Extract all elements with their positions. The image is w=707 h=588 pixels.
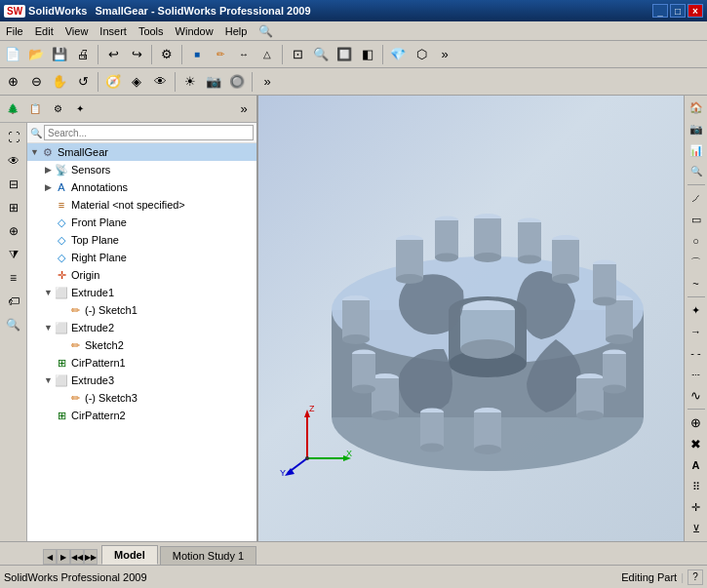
display-style-button[interactable]: ◈ — [126, 71, 147, 93]
menu-file[interactable]: File — [0, 23, 29, 39]
tree-toggle-sensors[interactable]: ▶ — [43, 165, 54, 175]
menu-tools[interactable]: Tools — [133, 23, 170, 39]
rp-letter-a-icon[interactable]: A — [686, 455, 707, 476]
tab-model[interactable]: Model — [101, 545, 158, 565]
rp-dash-icon[interactable]: - - — [686, 343, 707, 364]
rp-home-icon[interactable]: 🏠 — [686, 98, 707, 118]
dim-button[interactable]: ↔ — [233, 44, 255, 65]
tree-item-front-plane[interactable]: ◇Front Plane — [27, 214, 256, 231]
menu-insert[interactable]: Insert — [94, 23, 133, 39]
rp-arrow-icon[interactable]: → — [686, 322, 707, 342]
rp-search-icon[interactable]: 🔍 — [686, 161, 707, 181]
print-button[interactable]: 🖨 — [72, 44, 94, 65]
scroll-selected-icon[interactable]: ⊕ — [3, 220, 24, 242]
rp-arc-icon[interactable]: ⌒ — [686, 253, 707, 273]
hide-show-button[interactable]: 👁 — [149, 71, 171, 93]
save-button[interactable]: 💾 — [49, 44, 70, 65]
tree-item-extrude3[interactable]: ▼⬜Extrude3 — [27, 372, 256, 389]
tree-item-sketch1[interactable]: ✏(-) Sketch1 — [27, 301, 256, 319]
rp-move-icon[interactable]: ✛ — [686, 497, 707, 518]
rotate-button[interactable]: ↺ — [72, 71, 94, 93]
section-view-button[interactable]: ◧ — [357, 44, 378, 65]
tab-scroll-right[interactable]: ▶ — [57, 549, 70, 565]
open-button[interactable]: 📂 — [25, 44, 47, 65]
expand-button[interactable]: » — [233, 98, 255, 120]
tab-scroll-end[interactable]: ▶▶ — [84, 549, 98, 565]
dim-expert-button[interactable]: ✦ — [69, 98, 91, 120]
pan-button[interactable]: ✋ — [49, 71, 70, 93]
maximize-button[interactable]: □ — [670, 4, 686, 18]
rp-camera-icon[interactable]: 📷 — [686, 119, 707, 139]
tree-toggle-extrude3[interactable]: ▼ — [43, 375, 54, 385]
tree-item-cirpattern2[interactable]: ⊞CirPattern2 — [27, 407, 256, 424]
rp-rect-icon[interactable]: ▭ — [686, 210, 707, 230]
filter-icon[interactable]: ⧩ — [3, 244, 24, 265]
hide-show-tree-icon[interactable]: 👁 — [3, 150, 24, 172]
tree-search-input[interactable] — [44, 125, 254, 140]
display-button[interactable]: 💎 — [387, 44, 409, 65]
sketch-button[interactable]: ✏ — [210, 44, 231, 65]
menu-view[interactable]: View — [59, 23, 95, 39]
tab-scroll-left[interactable]: ◀ — [43, 549, 57, 565]
tree-item-material[interactable]: ≡Material <not specified> — [27, 196, 256, 214]
tree-item-smallgear[interactable]: ▼⚙SmallGear — [27, 143, 256, 161]
menu-edit[interactable]: Edit — [29, 23, 59, 39]
menu-window[interactable]: Window — [170, 23, 219, 39]
menu-help[interactable]: Help — [219, 23, 254, 39]
zoom-out-button[interactable]: ⊖ — [25, 71, 47, 93]
redo-button[interactable]: ↪ — [126, 44, 147, 65]
tree-item-sketch3[interactable]: ✏(-) Sketch3 — [27, 389, 256, 407]
options-button[interactable]: ⚙ — [156, 44, 177, 65]
tree-toggle-extrude2[interactable]: ▼ — [43, 323, 54, 333]
tree-item-top-plane[interactable]: ◇Top Plane — [27, 231, 256, 249]
rp-circle-icon[interactable]: ○ — [686, 231, 707, 252]
viewport[interactable]: Z X Y — [258, 96, 684, 541]
new-button[interactable]: 📄 — [2, 44, 23, 65]
search-icon[interactable]: 🔍 — [3, 314, 24, 335]
rp-cross-icon[interactable]: ✖ — [686, 434, 707, 454]
ambient-occlusion-button[interactable]: 🔘 — [226, 71, 248, 93]
tree-item-sensors[interactable]: ▶📡Sensors — [27, 161, 256, 178]
ref-geom-button[interactable]: △ — [256, 44, 278, 65]
help-button[interactable]: ? — [687, 569, 703, 585]
property-manager-button[interactable]: 📋 — [24, 98, 46, 120]
feature-manager-button[interactable]: 🌲 — [2, 98, 23, 120]
zoom-area-button[interactable]: ⊕ — [2, 71, 23, 93]
zoom-in-button[interactable]: 🔍 — [310, 44, 332, 65]
zoom-fit-button[interactable]: ⊡ — [287, 44, 308, 65]
undo-button[interactable]: ↩ — [102, 44, 124, 65]
tree-toggle-extrude1[interactable]: ▼ — [43, 288, 54, 297]
rp-curly-icon[interactable]: ∿ — [686, 385, 707, 406]
tab-motion-study[interactable]: Motion Study 1 — [160, 546, 256, 565]
tree-item-annotations[interactable]: ▶AAnnotations — [27, 178, 256, 196]
tree-item-right-plane[interactable]: ◇Right Plane — [27, 249, 256, 266]
collapse-icon[interactable]: ⊟ — [3, 174, 24, 195]
close-button[interactable]: × — [687, 4, 703, 18]
tree-toggle-smallgear[interactable]: ▼ — [29, 147, 40, 157]
view3d-button[interactable]: 🔲 — [334, 44, 355, 65]
search-help-icon[interactable]: 🔍 — [253, 22, 279, 40]
tag-icon[interactable]: 🏷 — [3, 291, 24, 312]
tree-item-origin[interactable]: ✛Origin — [27, 266, 256, 284]
rp-spline-icon[interactable]: ~ — [686, 273, 707, 294]
minimize-button[interactable]: _ — [652, 4, 668, 18]
config-manager-button[interactable]: ⚙ — [47, 98, 68, 120]
smart-filter-icon[interactable]: ⛶ — [3, 127, 24, 148]
tree-item-sketch2[interactable]: ✏Sketch2 — [27, 336, 256, 354]
tree-item-extrude2[interactable]: ▼⬜Extrude2 — [27, 319, 256, 336]
rp-normal-icon[interactable]: ⊻ — [686, 519, 707, 539]
rp-dotdash-icon[interactable]: -·- — [686, 365, 707, 385]
tree-toggle-annotations[interactable]: ▶ — [43, 182, 54, 192]
render-button[interactable]: ⬡ — [411, 44, 432, 65]
rp-star-icon[interactable]: ✦ — [686, 300, 707, 321]
light-button[interactable]: ☀ — [179, 71, 201, 93]
expand-icon[interactable]: ⊞ — [3, 197, 24, 218]
rp-chart-icon[interactable]: 📊 — [686, 140, 707, 161]
more2-button[interactable]: » — [256, 71, 278, 93]
tree-item-cirpattern1[interactable]: ⊞CirPattern1 — [27, 354, 256, 372]
camera-button[interactable]: 📷 — [203, 71, 224, 93]
display-pane-icon[interactable]: ≡ — [3, 267, 24, 289]
rp-grid-icon[interactable]: ⠿ — [686, 477, 707, 497]
tree-item-extrude1[interactable]: ▼⬜Extrude1 — [27, 284, 256, 301]
view-orient-button[interactable]: 🧭 — [102, 71, 124, 93]
